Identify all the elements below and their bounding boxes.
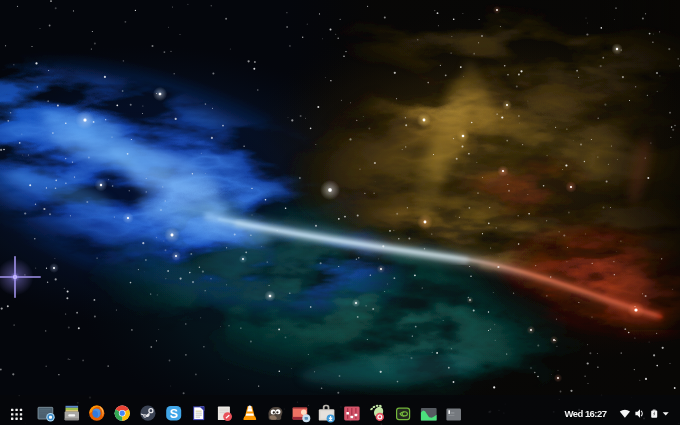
- svg-text:S: S: [170, 407, 178, 421]
- svg-text:Wed 16:27: Wed 16:27: [565, 408, 607, 419]
